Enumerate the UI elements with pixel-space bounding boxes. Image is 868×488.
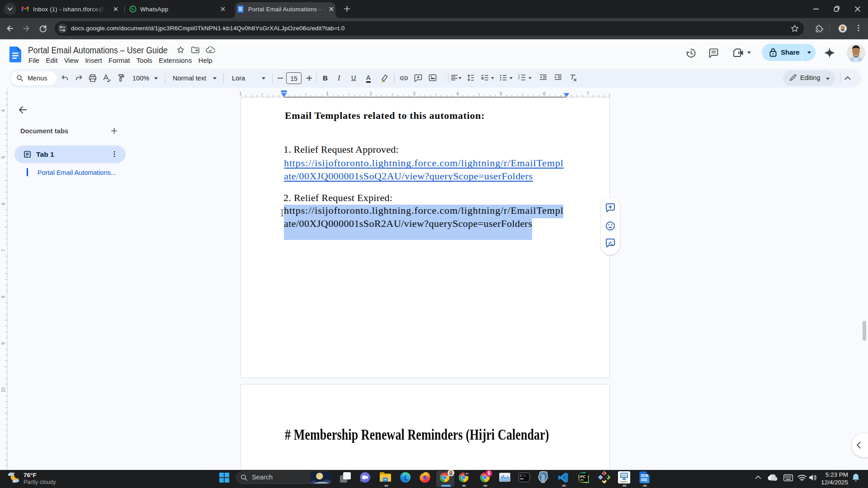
svg-text:PC: PC	[580, 474, 586, 479]
svg-text:1: 1	[326, 91, 329, 96]
svg-text:TaskPro: TaskPro	[620, 481, 628, 483]
svg-text:6: 6	[1, 202, 6, 205]
svg-text:C:\: C:\	[520, 474, 526, 478]
svg-text:4: 4	[456, 91, 459, 96]
svg-text:5: 5	[500, 91, 502, 96]
svg-text:3: 3	[413, 91, 415, 96]
svg-text:2: 2	[518, 76, 520, 80]
svg-text:GO!: GO!	[622, 474, 627, 477]
svg-text:1: 1	[239, 91, 242, 96]
svg-text:4: 4	[1, 109, 6, 112]
svg-text:6: 6	[543, 91, 546, 96]
svg-text:7: 7	[1, 249, 6, 252]
svg-text:7: 7	[586, 91, 589, 96]
svg-text:9: 9	[1, 342, 6, 345]
svg-text:2: 2	[369, 91, 372, 96]
svg-text:5: 5	[1, 156, 6, 159]
svg-text:10: 10	[1, 387, 6, 393]
svg-text:8: 8	[1, 296, 6, 298]
